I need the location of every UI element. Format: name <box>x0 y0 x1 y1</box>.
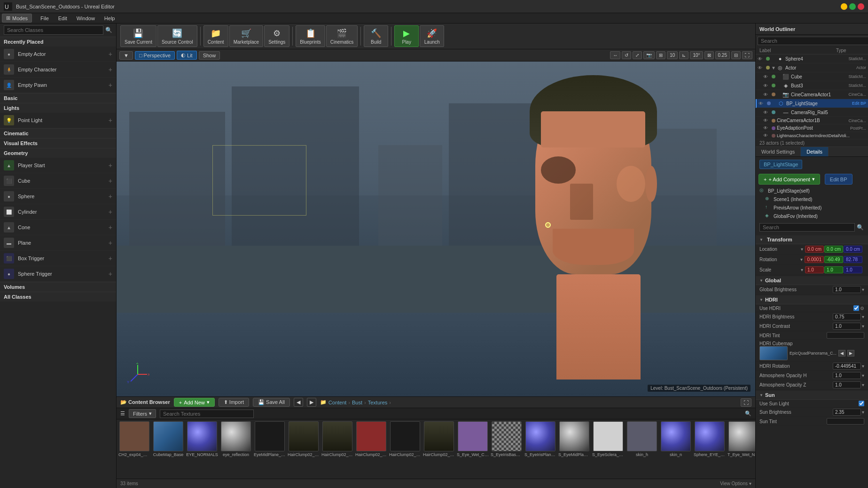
outliner-item-camerarigrail[interactable]: 👁 — CameraRig_Rail5 <box>756 108 868 117</box>
rotation-x[interactable]: 0.0001 <box>805 256 824 263</box>
search-classes-input[interactable] <box>4 25 103 35</box>
texture-item-hair-dyemask[interactable]: HairClump02_DyeMask <box>355 421 387 457</box>
vp-layers-button[interactable]: ⊟ <box>731 51 741 59</box>
content-button[interactable]: 📁 Content <box>203 25 228 47</box>
import-button[interactable]: ⬆ Import <box>219 398 249 407</box>
outliner-item-lightmass[interactable]: 👁 LightmassCharacterIndirectDetailVoli..… <box>756 132 868 139</box>
play-button[interactable]: ▶ Play <box>394 25 419 47</box>
vp-camera-button[interactable]: 📷 <box>643 51 655 59</box>
hdri-tint-swatch[interactable] <box>827 332 864 339</box>
lights-section[interactable]: Lights 💡 Point Light + <box>0 103 116 128</box>
texture-item-t-eye-wet[interactable]: T_Eye_Wet_Normal <box>727 421 755 457</box>
outliner-item-actor[interactable]: 👁 ▼ ◎ Actor Actor <box>756 63 868 72</box>
global-brightness-value[interactable]: 1.0 <box>833 286 861 293</box>
outliner-item-eyeadaption[interactable]: 👁 EyeAdaptionPost PostPr... <box>756 124 868 132</box>
outliner-item-bp-lightstage[interactable]: 👁 ⬡ BP_LightStage Edit BP <box>756 99 868 108</box>
settings-button[interactable]: ⚙ Settings <box>264 25 289 47</box>
location-z[interactable]: 0.0 cm <box>844 246 862 253</box>
breadcrumb-content[interactable]: Content <box>328 400 347 405</box>
texture-item-eyemid-displacement[interactable]: S_EyeMidPlane_Displacement <box>558 421 590 457</box>
maximize-button[interactable] <box>849 3 856 10</box>
cinematics-button[interactable]: 🎬 Cinematics <box>326 25 358 47</box>
blueprints-button[interactable]: 📋 Blueprints <box>296 25 325 47</box>
world-outliner-search[interactable] <box>758 37 868 45</box>
close-button[interactable] <box>858 3 864 10</box>
geometry-section[interactable]: Geometry ▲ Player Start + ⬛ Cube + ● Sph… <box>0 148 116 282</box>
component-previsarrow[interactable]: ↑ PrevisArrow (Inherited) <box>756 203 868 212</box>
placed-item-empty-character[interactable]: 🧍 Empty Character + <box>0 62 116 77</box>
vp-rotate-button[interactable]: ↺ <box>622 51 631 59</box>
component-globalfov[interactable]: ◈ GlobalFov (Inherited) <box>756 212 868 220</box>
vp-translate-button[interactable]: ↔ <box>610 51 620 59</box>
vp-grid-button[interactable]: ⊞ <box>656 51 665 59</box>
breadcrumb-bust[interactable]: Bust <box>352 400 362 405</box>
placed-item-sphere-trigger[interactable]: ● Sphere Trigger + <box>0 266 116 282</box>
use-sun-checkbox[interactable] <box>859 401 864 406</box>
details-tab[interactable]: Details <box>801 147 829 156</box>
all-classes-section[interactable]: All Classes <box>0 292 116 302</box>
view-options-button[interactable]: View Options ▾ <box>720 481 751 486</box>
volumes-header[interactable]: Volumes <box>0 282 116 292</box>
forward-button[interactable]: ▶ <box>307 398 316 407</box>
use-hdri-checkbox[interactable] <box>853 305 859 311</box>
outliner-item-cinecamera[interactable]: 👁 📷 CineCameraActor1 CineCa... <box>756 90 868 99</box>
vp-angle-button[interactable]: ⊾ <box>679 51 688 59</box>
menu-window[interactable]: Window <box>72 15 100 22</box>
outliner-item-cinecamera1b[interactable]: 👁 CineCameraActor1B CineCa... <box>756 117 868 124</box>
all-classes-header[interactable]: All Classes <box>0 292 116 302</box>
rotation-z[interactable]: 82.78 <box>844 256 862 263</box>
placed-item-cylinder[interactable]: ⬜ Cylinder + <box>0 204 116 220</box>
outliner-item-sphere4[interactable]: 👁 ● Sphere4 StaticM... <box>756 54 868 63</box>
launch-button[interactable]: 🚀 Launch <box>420 25 444 47</box>
marketplace-button[interactable]: 🛒 Marketplace <box>229 25 263 47</box>
texture-item-hair-alpha[interactable]: HairClump02_Alpha <box>288 421 320 457</box>
location-x[interactable]: 0.0 cm <box>805 246 824 253</box>
add-component-button[interactable]: + + Add Component ▾ <box>759 174 820 185</box>
lit-button[interactable]: ◐ Lit <box>177 51 197 60</box>
hdri-cubemap-next[interactable]: ▶ <box>847 350 854 356</box>
visual-effects-header[interactable]: Visual Effects <box>0 138 116 148</box>
hdri-rotation-value[interactable]: -0.449541 <box>833 363 861 370</box>
texture-item-ch2[interactable]: CH2_exp04_merged_spec_f_FC_FINAL <box>118 421 150 457</box>
texture-item-eyeiris-normals[interactable]: S_EyeIrisPlane_Normals <box>524 421 556 457</box>
details-search-input[interactable] <box>759 223 855 232</box>
save-all-button[interactable]: 💾 Save All <box>253 398 290 407</box>
basic-header[interactable]: Basic <box>0 93 116 103</box>
add-new-button[interactable]: + Add New ▾ <box>174 398 215 407</box>
save-current-button[interactable]: 💾 Save Current <box>120 25 156 47</box>
modes-button[interactable]: ⊞ Modes <box>2 14 32 23</box>
hdri-cubemap-thumbnail[interactable] <box>759 346 788 360</box>
back-button[interactable]: ◀ <box>294 398 303 407</box>
placed-item-cone[interactable]: ▲ Cone + <box>0 220 116 235</box>
sun-section-header[interactable]: Sun <box>756 391 868 400</box>
placed-item-plane[interactable]: ▬ Plane + <box>0 235 116 251</box>
component-scene1[interactable]: ⊕ Scene1 (Inherited) <box>756 195 868 203</box>
texture-item-eyesclera[interactable]: S_EyeSclera_BaseColor <box>592 421 624 457</box>
scale-x[interactable]: 1.0 <box>805 266 824 273</box>
transform-section-header[interactable]: Transform <box>756 235 868 244</box>
texture-item-skin-h[interactable]: skin_h <box>626 421 658 457</box>
texture-item-hair-depth[interactable]: HairClump02_Depth <box>321 421 353 457</box>
breadcrumb-textures[interactable]: Textures <box>368 400 388 405</box>
vp-scale-grid-button[interactable]: ⊠ <box>704 51 714 59</box>
texture-item-eye-wet-color[interactable]: S_Eye_Wet_Color <box>457 421 489 457</box>
texture-item-hair-normal[interactable]: HairClump02_Normal <box>423 421 455 457</box>
recently-placed-section[interactable]: Recently Placed ● Empty Actor + 🧍 Empty … <box>0 37 116 93</box>
global-section-header[interactable]: Global <box>756 276 868 285</box>
volumes-section[interactable]: Volumes <box>0 282 116 292</box>
texture-item-eye-reflection[interactable]: eye_reflection <box>220 421 252 457</box>
vp-scale-button[interactable]: ⤢ <box>633 51 642 59</box>
hdri-cubemap-prev[interactable]: ◀ <box>838 350 845 356</box>
cb-maximize-button[interactable]: ⛶ <box>741 398 751 407</box>
texture-item-cubemap[interactable]: CubeMap_Base <box>152 421 184 457</box>
recently-placed-header[interactable]: Recently Placed <box>0 37 116 46</box>
menu-file[interactable]: File <box>36 15 54 22</box>
perspective-button[interactable]: □ Perspective <box>135 51 175 60</box>
sun-tint-swatch[interactable] <box>827 418 864 425</box>
scale-y[interactable]: 1.0 <box>824 266 843 273</box>
visual-effects-section[interactable]: Visual Effects <box>0 138 116 148</box>
sun-brightness-value[interactable]: 2.35 <box>833 409 861 416</box>
menu-edit[interactable]: Edit <box>54 15 72 22</box>
placed-item-box-trigger[interactable]: ⬛ Box Trigger + <box>0 251 116 266</box>
viewport[interactable]: X Z Y Level: Bust_ScanScene_Outdoors (Pe… <box>117 62 755 396</box>
